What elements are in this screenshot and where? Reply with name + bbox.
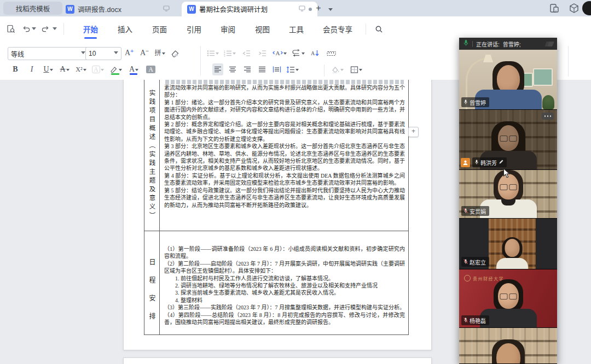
align-right-button[interactable] [242, 63, 253, 75]
menu-tab-member[interactable]: 会员专享 [321, 16, 355, 42]
participant-name-tag: 曾雪婷 [461, 97, 489, 107]
tab-document-1[interactable]: W 调研报告.docx [60, 2, 175, 16]
new-tab-button[interactable]: + [312, 2, 325, 14]
window-tab-bar: 找稻壳模板 W 调研报告.docx W 暑期社会实践调研计划 + [0, 0, 591, 16]
participant-name: 韩洪芳 [480, 158, 497, 167]
text-direction-button[interactable] [292, 47, 305, 59]
format-eraser-button[interactable] [170, 47, 181, 59]
tab-list-caret-icon[interactable] [328, 5, 333, 15]
microphone-icon [474, 159, 479, 166]
line-spacing-button[interactable] [286, 63, 299, 75]
participant-name-tag: 赵宏立 [461, 257, 489, 267]
menu-tab-view[interactable]: 视图 [253, 16, 272, 42]
cube-icon[interactable] [569, 3, 580, 16]
bold-button[interactable]: B [10, 63, 21, 75]
list-item: 4. 整理材料 [164, 297, 405, 304]
muted-microphone-icon [463, 317, 468, 324]
ruler-button[interactable] [326, 47, 337, 59]
svg-text:3: 3 [224, 55, 225, 57]
font-increase-button[interactable]: A+ [124, 47, 135, 59]
font-size-value: 10 [89, 50, 96, 57]
menu-tab-home[interactable]: 开始 [81, 16, 100, 42]
tab-template-store[interactable]: 找稻壳模板 [3, 2, 62, 15]
char-shading-button[interactable]: A [146, 63, 157, 75]
university-banner-text: 贵州财经大学 [473, 275, 504, 281]
video-tile-1[interactable]: 曾雪婷 [459, 50, 557, 110]
bullet-list-button[interactable] [207, 47, 219, 59]
list-item: 3. 探求当前城乡生态要素流动、城乡收入差距尤其是农民收入情况。 [164, 289, 405, 296]
clipped-text-line [165, 80, 404, 84]
borders-button[interactable] [350, 63, 362, 75]
strikethrough-button[interactable]: A [59, 63, 70, 75]
font-name-select[interactable]: 等线 [8, 47, 89, 60]
search-button[interactable] [372, 23, 385, 35]
meeting-logo [546, 42, 553, 46]
font-decrease-button[interactable]: A− [139, 47, 150, 59]
outdent-button[interactable] [241, 47, 252, 59]
multi-device-icon[interactable] [549, 3, 560, 16]
video-feed [459, 328, 557, 363]
numbered-list-button[interactable]: 123 [224, 47, 236, 59]
svg-text:A: A [276, 50, 280, 56]
edit-pencil-icon[interactable] [499, 160, 503, 166]
font-name-value: 等线 [11, 49, 24, 58]
font-color-button[interactable]: A [128, 63, 140, 75]
video-tile-5[interactable]: 贵州财经大学 杨艳磊 [459, 269, 557, 328]
undo-caret-icon[interactable] [32, 27, 36, 32]
align-center-button[interactable] [227, 63, 238, 75]
pinyin-guide-button[interactable]: 拼 [154, 47, 165, 59]
document-page-2[interactable] [123, 357, 432, 364]
font-size-select[interactable]: 10 [85, 47, 121, 60]
indent-button[interactable] [257, 47, 268, 59]
tab-document-2-active[interactable]: W 暑期社会实践调研计划 [182, 2, 317, 16]
menu-tab-tools[interactable]: 工具 [287, 16, 306, 42]
tab-label: 暑期社会实践调研计划 [199, 4, 268, 14]
video-tile-2[interactable]: 韩洪芳 [459, 110, 557, 170]
table-label-cell[interactable]: 日程安排 [144, 231, 160, 334]
paragraph: （4）第四阶段——总结阶段（2023 年 8 月）：8 月初完成报告的内容撰写、… [164, 312, 405, 326]
highlight-color-button[interactable] [109, 63, 123, 75]
redo-caret-icon[interactable] [53, 27, 57, 32]
menu-tab-page[interactable]: 页面 [150, 16, 169, 42]
document-table[interactable]: 实践项目概述（实践主题及意义） 素流动效率对共同富裕的影响研究，从而为实施乡村振… [144, 80, 409, 335]
superscript-button[interactable]: X² [76, 63, 86, 75]
align-left-button[interactable] [212, 63, 223, 75]
italic-button[interactable]: I [26, 63, 37, 75]
table-row: 日程安排 （1）第一阶段——调研准备阶段（2023 年 6 月）：小组成员阅读相… [144, 231, 408, 334]
table-content-cell[interactable]: 素流动效率对共同富裕的影响研究，从而为实施乡村振兴战略做出更大贡献。具体研究内容… [160, 80, 408, 231]
redo-button[interactable] [38, 23, 51, 35]
sort-button[interactable]: A [310, 47, 321, 59]
video-tile-6[interactable] [459, 328, 557, 364]
menu-tab-reference[interactable]: 引用 [184, 16, 204, 42]
print-preview-button[interactable] [4, 23, 18, 35]
shading-bucket-button[interactable] [331, 63, 344, 75]
document-page-1[interactable]: 实践项目概述（实践主题及意义） 素流动效率对共同富裕的影响研究，从而为实施乡村振… [123, 80, 432, 350]
speaking-status-label: 正在讲话: [476, 40, 500, 48]
char-border-button[interactable]: A [92, 63, 104, 75]
table-label-cell[interactable]: 实践项目概述（实践主题及意义） [144, 80, 160, 231]
distribute-button[interactable] [271, 63, 282, 75]
participant-name-tag: 杨艳磊 [461, 315, 489, 325]
paragraph: 第 2 部分：概念界定和理论介绍。这一部分主要内容是对相关概念和理论基础进行梳理… [164, 121, 405, 143]
tab-label: 调研报告.docx [78, 4, 121, 14]
unsaved-dot [309, 8, 312, 11]
plant-decor [542, 95, 554, 109]
table-add-column-button[interactable]: + [408, 127, 419, 137]
speaking-speaker-name: 曾雪婷; [503, 40, 521, 48]
paragraph: （3）第三阶段——实践阶段（2023 年 7 月）：7 月搜集整理相关数据，并进… [164, 304, 405, 311]
menu-tab-insert[interactable]: 插入 [115, 16, 135, 42]
meeting-header: 正在讲话: 曾雪婷; [459, 38, 557, 50]
more-icon[interactable] [542, 113, 554, 120]
user-avatar[interactable] [582, 1, 591, 15]
table-content-cell[interactable]: （1）第一阶段——调研准备阶段（2023 年 6 月）：小组成员阅读相关文献和资… [160, 231, 408, 334]
university-logo-icon [464, 275, 471, 281]
wps-writer-window: 找稻壳模板 W 调研报告.docx W 暑期社会实践调研计划 + [0, 0, 591, 364]
menu-tab-review[interactable]: 审阅 [218, 16, 237, 42]
underline-button[interactable]: U [43, 63, 54, 75]
char-scale-button[interactable]: A [273, 47, 287, 59]
video-meeting-panel[interactable]: 正在讲话: 曾雪婷; [459, 38, 557, 364]
paragraph: （2）第二阶段——启动阶段（2023 年 7 月）：7 月开展案头调研，中旬开展… [164, 260, 405, 275]
undo-button[interactable] [20, 23, 33, 35]
video-tile-4[interactable]: 赵宏立 [459, 219, 557, 269]
justify-button[interactable] [257, 63, 268, 75]
